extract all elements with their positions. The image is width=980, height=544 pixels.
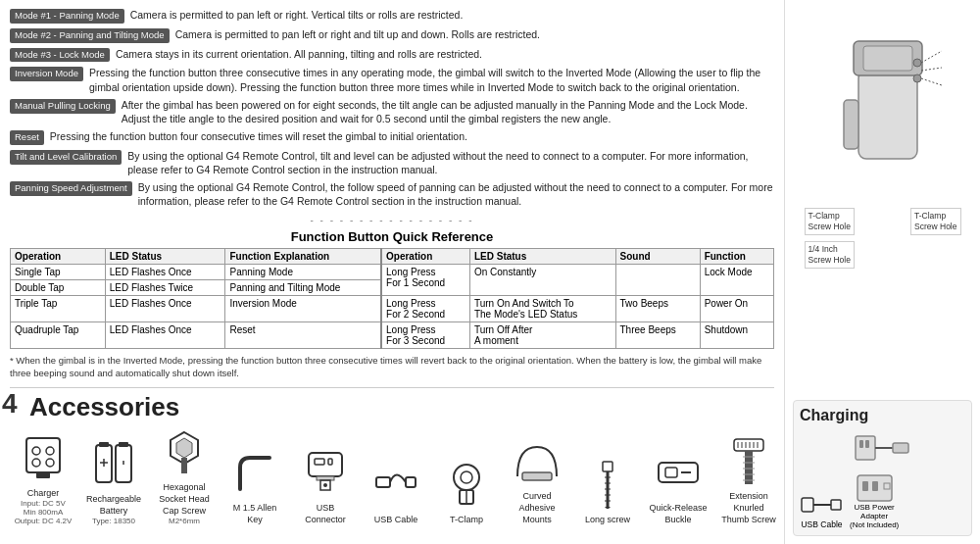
accessories-grid: Charger Input: DC 5V Min 800mAOutput: DC…: [14, 425, 774, 525]
svg-marker-36: [605, 507, 611, 509]
svg-point-3: [32, 459, 40, 467]
fn-triple-tap: Inversion Mode: [225, 295, 381, 321]
fn-double-tap: Panning and Tilting Mode: [225, 279, 381, 295]
svg-point-59: [913, 59, 921, 67]
svg-rect-37: [659, 463, 698, 482]
right-panel: T-ClampScrew Hole T-ClampScrew Hole 1/4 …: [784, 0, 980, 544]
mode-text-reset: Pressing the function button four consec…: [50, 129, 467, 143]
svg-line-61: [921, 51, 942, 63]
charger-icon: [17, 431, 71, 485]
mode-tag-panning: Panning Speed Adjustment: [10, 181, 132, 196]
mode-text-2: Camera is permitted to pan left or right…: [175, 27, 540, 41]
op-single-tap: Single Tap: [11, 264, 106, 279]
op-double-tap: Double Tap: [11, 279, 106, 295]
mode-text-tilt: By using the optional G4 Remote Control,…: [127, 149, 774, 176]
mode-row-2: Mode #2 - Panning and Tilting Mode Camer…: [10, 27, 774, 43]
sound-long-2s: Two Beeps: [615, 295, 700, 321]
op-long-2s: Long PressFor 2 Second: [381, 295, 469, 321]
usb-cable-charging-item: USB Cable: [800, 490, 844, 529]
usb-connector-label: USB Connector: [296, 503, 355, 525]
svg-rect-64: [856, 436, 875, 460]
quickref-table: Operation LED Status Function Explanatio…: [10, 248, 774, 349]
svg-rect-29: [603, 462, 612, 471]
svg-rect-7: [99, 442, 109, 447]
accessory-long-screw: Long screw: [578, 458, 637, 526]
mode-tag-1: Mode #1 - Panning Mode: [10, 9, 124, 24]
svg-rect-47: [745, 451, 753, 484]
t-clamp-label: T-Clamp: [450, 515, 483, 526]
accessories-title: Accessories: [29, 394, 774, 420]
hex-screw-icon: [158, 425, 212, 479]
led-quadruple-tap: LED Flashes Once: [105, 321, 225, 348]
mode-tag-manual: Manual Pulling Locking: [10, 99, 116, 114]
section-divider: - - - - - - - - - - - - - - - - -: [10, 215, 774, 225]
accessory-battery: RechargeableBattery Type: 18350: [84, 437, 143, 525]
col-header-led-right: LED Status: [469, 248, 615, 264]
charging-title: Charging: [800, 407, 965, 424]
table-row: Single Tap LED Flashes Once Panning Mode…: [11, 264, 774, 279]
svg-point-1: [32, 447, 40, 455]
svg-rect-28: [522, 472, 552, 480]
charging-diagram-icon: [854, 428, 912, 468]
svg-rect-18: [328, 459, 332, 465]
svg-rect-0: [26, 438, 60, 472]
svg-point-24: [454, 465, 479, 490]
fn-single-tap: Panning Mode: [225, 264, 381, 279]
accessory-thumb-screw: Extension KnurledThumb Screw: [719, 434, 778, 525]
usb-cable-label: USB Cable: [374, 515, 418, 526]
accessory-allen-key: M 1.5 Allen Key: [225, 446, 284, 525]
thumb-screw-icon: [722, 434, 776, 488]
accessory-t-clamp: T-Clamp: [437, 458, 496, 526]
op-long-3s: Long PressFor 3 Second: [381, 321, 469, 348]
usb-cable-charging-label: USB Cable: [801, 519, 842, 529]
mode-text-inversion: Pressing the function button three conse…: [89, 66, 774, 93]
svg-point-2: [46, 447, 54, 455]
svg-rect-9: [119, 442, 128, 447]
svg-rect-65: [859, 440, 863, 448]
led-double-tap: LED Flashes Twice: [105, 279, 225, 295]
fn-long-3s: Shutdown: [700, 321, 773, 348]
svg-rect-17: [315, 459, 324, 465]
battery-icon: [87, 437, 141, 491]
svg-marker-14: [176, 438, 192, 458]
col-header-sound: Sound: [615, 248, 700, 264]
svg-line-62: [921, 78, 942, 85]
accessories-section: 4 Accessories Charger Input: DC 5V Min 8…: [10, 387, 774, 525]
adhesive-mounts-label: Curved AdhesiveMounts: [508, 491, 566, 525]
allen-key-icon: [228, 446, 282, 500]
sound-long-3s: Three Beeps: [615, 321, 700, 348]
allen-key-label: M 1.5 Allen Key: [225, 503, 284, 525]
svg-rect-55: [858, 71, 917, 159]
mode-text-1: Camera is permitted to pan left or right…: [130, 8, 464, 22]
svg-rect-5: [36, 472, 50, 478]
table-row: Triple Tap LED Flashes Once Inversion Mo…: [11, 295, 774, 321]
mode-tag-2: Mode #2 - Panning and Tilting Mode: [10, 28, 170, 43]
accessory-usb-connector: USB Connector: [296, 446, 355, 525]
accessory-usb-cable: USB Cable: [367, 458, 425, 526]
hex-screw-sublabel: M2*6mm: [169, 517, 200, 525]
charging-illustration: [800, 428, 965, 468]
svg-point-4: [46, 459, 54, 467]
t-clamp-screw-hole-label-2: T-ClampScrew Hole: [910, 208, 960, 235]
mode-row-3: Mode #3 - Lock Mode Camera stays in its …: [10, 47, 774, 63]
screw-labels: T-ClampScrew Hole T-ClampScrew Hole 1/4 …: [805, 208, 961, 269]
hex-screw-label: HexagonalSocket HeadCap Screw: [159, 482, 210, 517]
svg-rect-15: [181, 458, 187, 473]
svg-rect-57: [863, 46, 912, 71]
mode-row-panning: Panning Speed Adjustment By using the op…: [10, 180, 774, 208]
page-number: 4: [2, 388, 18, 420]
long-screw-label: Long screw: [585, 515, 630, 526]
battery-label: RechargeableBattery: [86, 494, 141, 517]
charger-label: Charger: [27, 488, 60, 500]
mode-text-3: Camera stays in its current orientation.…: [116, 47, 482, 61]
svg-rect-74: [872, 481, 878, 491]
col-header-led-left: LED Status: [105, 248, 225, 264]
accessory-hex-screw: HexagonalSocket HeadCap Screw M2*6mm: [155, 425, 214, 525]
usb-connector-icon: [299, 446, 353, 500]
svg-rect-58: [844, 100, 858, 149]
quickref-title: Function Button Quick Reference: [10, 229, 774, 244]
mode-text-panning: By using the optional G4 Remote Control,…: [138, 180, 774, 208]
charger-sublabel: Input: DC 5V Min 800mAOutput: DC 4.2V: [14, 499, 73, 525]
adhesive-mounts-icon: [511, 434, 564, 488]
buckle-icon: [652, 446, 706, 500]
